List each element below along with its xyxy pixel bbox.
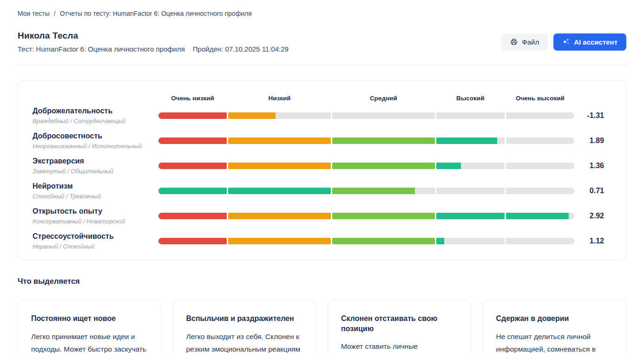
bar-segment-fill <box>228 238 331 244</box>
bar-segment-fill <box>436 163 461 169</box>
factor-rows: ДоброжелательностьВраждебный / Сотруднич… <box>33 103 604 254</box>
page-title: Никола Тесла <box>18 31 289 41</box>
highlight-card-text: Может ставить личные <box>341 340 458 353</box>
level-labels-row: Очень низкийНизкийСреднийВысокийОчень вы… <box>33 95 604 102</box>
printer-icon <box>510 38 518 46</box>
bar-segment-2 <box>332 238 435 244</box>
factor-poles: Враждебный / Сотрудничающий <box>33 118 158 124</box>
bar-segment-2 <box>332 163 435 169</box>
bar-segment-1 <box>228 188 331 194</box>
bar-segment-fill <box>332 188 415 194</box>
breadcrumb-item-report: Отчеты по тесту: HumanFactor 6: Оценка л… <box>60 10 252 17</box>
bar-segment-1 <box>228 238 331 244</box>
factor-bar <box>158 213 574 219</box>
breadcrumb-item-my-tests[interactable]: Мои тесты <box>18 10 50 17</box>
bar-segment-fill <box>436 213 505 219</box>
breadcrumb-separator: / <box>54 10 56 17</box>
bar-segment-fill <box>228 137 331 144</box>
factor-poles: Неорганизованный / Исполнительный <box>33 143 158 150</box>
bar-segment-4 <box>506 163 574 169</box>
highlight-card-text: Легко принимает новые идеи и подходы. Мо… <box>31 330 148 353</box>
factor-row: ЭкстраверсияЗамкнутый / Общительный1.36 <box>33 153 604 178</box>
header-actions: Файл AI ассистент <box>501 33 626 51</box>
factor-name: Добросовестность <box>33 132 158 140</box>
factor-value: 2.92 <box>574 212 604 220</box>
bar-segment-fill <box>158 112 227 119</box>
bar-segment-3 <box>436 137 505 144</box>
bar-segment-0 <box>158 238 227 244</box>
bar-segment-fill <box>332 238 435 244</box>
bar-segment-3 <box>436 188 505 194</box>
factor-poles: Нервный / Спокойный <box>33 243 158 250</box>
bar-segment-2 <box>332 137 435 144</box>
sparkles-icon <box>562 38 570 46</box>
bar-segment-fill <box>228 213 331 219</box>
bar-segment-1 <box>228 112 331 119</box>
factor-row: Открытость опытуКонсервативный / Новатор… <box>33 203 604 229</box>
factor-label: НейротизмСпокойный / Тревожный <box>33 182 158 200</box>
bar-segment-fill <box>158 188 227 194</box>
bar-segment-fill <box>228 163 331 169</box>
bar-segment-fill <box>158 213 227 219</box>
level-label-0: Очень низкий <box>158 95 227 102</box>
factor-value: 0.71 <box>574 187 604 195</box>
factor-row: ДобросовестностьНеорганизованный / Испол… <box>33 128 604 153</box>
ai-assistant-button[interactable]: AI ассистент <box>553 33 626 51</box>
report-header-left: Никола Тесла Тест: HumanFactor 6: Оценка… <box>18 31 289 53</box>
bar-segment-2 <box>332 188 435 194</box>
factor-name: Открытость опыту <box>33 207 158 216</box>
highlight-card-title: Вспыльчив и раздражителен <box>186 314 303 324</box>
factor-bar <box>158 188 574 194</box>
bar-segment-fill <box>332 213 435 219</box>
bar-segment-fill <box>332 137 435 144</box>
highlights-title: Что выделяется <box>18 277 626 286</box>
factor-value: 1.36 <box>574 162 604 170</box>
bar-segment-fill <box>158 163 227 169</box>
factor-name: Нейротизм <box>33 182 158 190</box>
factor-name: Доброжелательность <box>33 107 158 115</box>
factor-label: СтрессоустойчивостьНервный / Спокойный <box>33 232 158 250</box>
bar-segment-4 <box>506 238 574 244</box>
bar-segment-fill <box>228 188 331 194</box>
highlight-cards: Постоянно ищет новоеЛегко принимает новы… <box>18 300 626 353</box>
bar-segment-fill <box>436 238 445 244</box>
bar-segment-3 <box>436 163 505 169</box>
factor-value: -1.31 <box>574 111 604 120</box>
bar-segment-3 <box>436 238 505 244</box>
highlight-card-text: Не спешит делиться личной информацией, с… <box>496 330 613 353</box>
bar-segment-3 <box>436 112 505 119</box>
bar-segment-4 <box>506 112 574 119</box>
bar-segment-fill <box>228 112 276 119</box>
bar-segment-4 <box>506 188 574 194</box>
level-label-1: Низкий <box>228 95 331 102</box>
factor-bar <box>158 137 574 144</box>
report-header: Никола Тесла Тест: HumanFactor 6: Оценка… <box>18 31 626 53</box>
bar-segment-3 <box>436 213 505 219</box>
file-button[interactable]: Файл <box>501 33 548 51</box>
bar-segment-4 <box>506 137 574 144</box>
highlight-card-title: Сдержан в доверии <box>496 314 613 324</box>
factor-value: 1.12 <box>574 237 604 245</box>
highlight-card-text: Легко выходит из себя. Склонен к резким … <box>186 330 303 353</box>
factor-row: НейротизмСпокойный / Тревожный0.71 <box>33 178 604 203</box>
factor-value: 1.89 <box>574 137 604 145</box>
profile-chart-card: Очень низкийНизкийСреднийВысокийОчень вы… <box>18 80 626 260</box>
factor-bar <box>158 238 574 244</box>
factor-label: Открытость опытуКонсервативный / Новатор… <box>33 207 158 225</box>
highlight-card: Вспыльчив и раздражителенЛегко выходит и… <box>173 300 317 353</box>
bar-segment-2 <box>332 213 435 219</box>
factor-label: ЭкстраверсияЗамкнутый / Общительный <box>33 157 158 175</box>
factor-row: ДоброжелательностьВраждебный / Сотруднич… <box>33 103 604 128</box>
factor-name: Экстраверсия <box>33 157 158 165</box>
highlight-card-title: Склонен отстаивать свою позицию <box>341 314 458 333</box>
factor-poles: Замкнутый / Общительный <box>33 168 158 175</box>
level-label-4: Очень высокий <box>506 95 574 102</box>
factor-bar <box>158 112 574 119</box>
highlight-card: Постоянно ищет новоеЛегко принимает новы… <box>18 300 162 353</box>
highlight-card: Склонен отстаивать свою позициюМожет ста… <box>328 300 472 353</box>
bar-segment-0 <box>158 188 227 194</box>
bar-segment-1 <box>228 213 331 219</box>
highlights-section: Что выделяется Постоянно ищет новоеЛегко… <box>18 277 626 353</box>
bar-segment-4 <box>506 213 574 219</box>
bar-segment-fill <box>158 238 227 244</box>
